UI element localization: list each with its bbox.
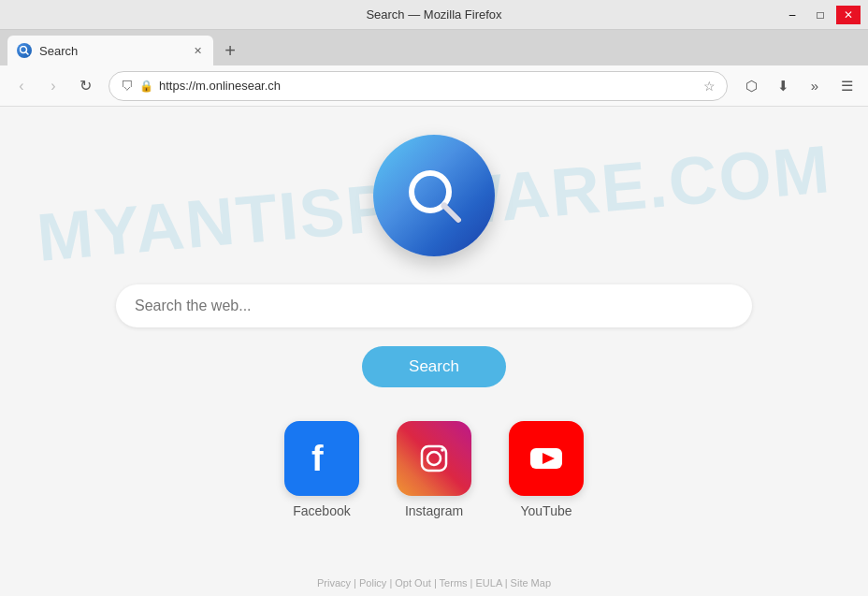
- minimize-button[interactable]: –: [780, 6, 804, 24]
- download-button[interactable]: ⬇: [769, 72, 797, 100]
- search-input-wrapper: [116, 284, 752, 327]
- search-input[interactable]: [135, 298, 733, 314]
- svg-line-4: [444, 206, 458, 220]
- pocket-button[interactable]: ⬡: [737, 72, 765, 100]
- svg-point-7: [427, 452, 441, 465]
- search-logo-icon: [404, 166, 465, 226]
- titlebar: Search — Mozilla Firefox – □ ✕: [0, 0, 868, 30]
- search-logo: [373, 135, 495, 256]
- window-controls: – □ ✕: [780, 6, 861, 24]
- bookmark-icon[interactable]: ☆: [703, 79, 716, 94]
- tab-close-button[interactable]: ✕: [189, 42, 206, 59]
- nav-bar: ‹ › ↻ ⛉ 🔒 https://m.onlinesear.ch ☆ ⬡ ⬇ …: [0, 65, 868, 107]
- maximize-button[interactable]: □: [808, 6, 832, 24]
- tab-label: Search: [39, 44, 78, 58]
- forward-button[interactable]: ›: [39, 72, 67, 100]
- new-tab-button[interactable]: +: [217, 37, 243, 64]
- shortcut-youtube[interactable]: YouTube: [509, 421, 584, 518]
- lock-icon: 🔒: [139, 80, 153, 93]
- page-content: MYANTISPYWARE.COM Search f Facebook: [0, 107, 868, 596]
- address-bar[interactable]: ⛉ 🔒 https://m.onlinesear.ch ☆: [108, 71, 728, 101]
- titlebar-text: Search — Mozilla Firefox: [366, 7, 501, 22]
- facebook-icon: f: [284, 421, 359, 496]
- instagram-label: Instagram: [405, 503, 463, 518]
- url-text: https://m.onlinesear.ch: [159, 79, 698, 93]
- search-button[interactable]: Search: [362, 346, 506, 387]
- youtube-label: YouTube: [520, 503, 571, 518]
- active-tab[interactable]: Search ✕: [7, 36, 213, 65]
- svg-point-8: [441, 448, 444, 452]
- svg-text:f: f: [311, 439, 324, 478]
- youtube-icon: [509, 421, 584, 496]
- close-button[interactable]: ✕: [836, 6, 861, 24]
- page-footer: Privacy | Policy | Opt Out | Terms | EUL…: [317, 577, 551, 589]
- shield-icon: ⛉: [121, 79, 134, 94]
- shortcuts-row: f Facebook Instagram: [284, 421, 584, 518]
- tab-bar: Search ✕ +: [0, 30, 868, 65]
- footer-text: Privacy | Policy | Opt Out | Terms | EUL…: [317, 577, 551, 589]
- svg-line-1: [26, 52, 29, 55]
- facebook-label: Facebook: [293, 503, 350, 518]
- refresh-button[interactable]: ↻: [71, 72, 99, 100]
- menu-button[interactable]: ☰: [832, 72, 861, 100]
- overflow-button[interactable]: »: [801, 72, 829, 100]
- shortcut-facebook[interactable]: f Facebook: [284, 421, 359, 518]
- shortcut-instagram[interactable]: Instagram: [397, 421, 471, 518]
- instagram-icon: [397, 421, 471, 496]
- back-button[interactable]: ‹: [7, 72, 36, 100]
- tab-favicon: [17, 43, 32, 58]
